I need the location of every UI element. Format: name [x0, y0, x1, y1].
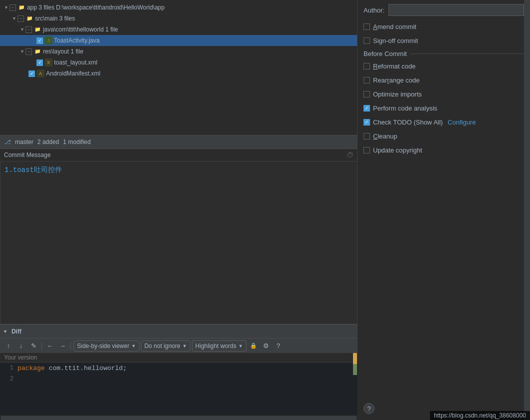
- reformat-row: Reformat code: [364, 60, 524, 72]
- optimize-row: Optimize imports: [364, 88, 524, 100]
- configure-link[interactable]: Configure: [448, 118, 476, 126]
- tree-label-app: app 3 files D:\workspace\ttit\android\He…: [27, 4, 164, 11]
- toolbar-divider-2: [70, 342, 71, 350]
- author-label: Author:: [364, 6, 384, 14]
- before-commit-label: Before Commit: [364, 50, 407, 58]
- rearrange-row: Rearrange code: [364, 74, 524, 86]
- commit-textarea[interactable]: 1.toast吐司控件: [0, 161, 358, 331]
- signoff-label: Sign-off commit: [373, 37, 418, 44]
- cleanup-row: Cleanup: [364, 130, 524, 142]
- expand-icon: ▼: [20, 27, 24, 32]
- folder-icon: 📁: [34, 48, 42, 56]
- diff-header: ▼ Diff: [0, 324, 358, 338]
- toolbar-divider-1: [42, 342, 42, 350]
- diff-content: Your version 1 package com.ttit.hellowor…: [0, 353, 358, 420]
- amend-label: Amend commit: [373, 23, 416, 30]
- checkbox-srcmain[interactable]: –: [18, 16, 24, 22]
- down-arrow-button[interactable]: ↓: [16, 340, 26, 352]
- added-count: 2 added: [38, 138, 59, 146]
- ignore-arrow: ▼: [182, 344, 187, 348]
- expand-icon: ▼: [12, 16, 16, 21]
- right-arrow-button[interactable]: →: [57, 340, 68, 352]
- tree-item-manifest[interactable]: ▶ ✓ A AndroidManifest.xml: [0, 68, 357, 79]
- copyright-checkbox[interactable]: [364, 147, 370, 154]
- branch-icon: ⎇: [4, 138, 11, 146]
- author-row: Author:: [364, 4, 524, 16]
- manifest-icon: A: [36, 70, 44, 78]
- checktodo-label: Check TODO (Show All): [373, 118, 444, 126]
- keyword-package: package: [18, 364, 45, 372]
- viewer-dropdown[interactable]: Side-by-side viewer ▼: [74, 340, 140, 352]
- highlight-dropdown[interactable]: Highlight words ▼: [192, 340, 246, 352]
- xml-icon: X: [44, 58, 52, 66]
- edit-button[interactable]: ✎: [28, 340, 39, 352]
- diff-toggle[interactable]: ▼: [3, 329, 8, 334]
- reformat-checkbox[interactable]: [364, 63, 370, 70]
- right-side-bar: [524, 0, 530, 420]
- ignore-dropdown[interactable]: Do not ignore ▼: [141, 340, 190, 352]
- cleanup-label: Cleanup: [373, 132, 397, 140]
- diff-title: Diff: [12, 328, 22, 335]
- amend-commit-row: Amend commit: [364, 21, 524, 32]
- java-icon: J: [44, 36, 52, 44]
- rearrange-checkbox[interactable]: [364, 77, 370, 84]
- your-version-label: Your version: [0, 353, 358, 362]
- checkbox-app[interactable]: –: [10, 4, 16, 11]
- checkbox-java[interactable]: –: [26, 26, 32, 33]
- signoff-checkbox[interactable]: [364, 38, 370, 44]
- diff-line-1: 1 package com.ttit.helloworld;: [0, 362, 358, 374]
- tree-item-toast-layout[interactable]: ▶ ✓ X toast_layout.xml: [0, 57, 357, 68]
- help-button[interactable]: ?: [273, 340, 284, 352]
- diff-marker-yellow: [353, 353, 357, 364]
- amend-checkbox[interactable]: [364, 24, 370, 30]
- tree-label-srcmain: src\main 3 files: [35, 15, 75, 22]
- commit-message-label: Commit Message: [4, 152, 50, 158]
- lock-button[interactable]: 🔒: [248, 340, 259, 352]
- left-panel: ▼ – 📁 app 3 files D:\workspace\ttit\andr…: [0, 0, 358, 420]
- up-arrow-button[interactable]: ↑: [3, 340, 14, 352]
- tree-item-srcmain[interactable]: ▼ – 📁 src\main 3 files: [0, 13, 357, 24]
- copyright-row: Update copyright: [364, 144, 524, 156]
- perform-row: ✓ Perform code analysis: [364, 102, 524, 114]
- tree-item-reslayout[interactable]: ▼ – 📁 res\layout 1 file: [0, 46, 357, 57]
- tree-item-java[interactable]: ▼ – 📁 java\com\ttit\helloworld 1 file: [0, 24, 357, 35]
- commit-label: Commit Message ⏱: [0, 149, 358, 161]
- highlight-label: Highlight words: [196, 342, 236, 350]
- checktodo-checkbox[interactable]: ✓: [364, 119, 370, 126]
- modified-count: 1 modified: [63, 138, 90, 146]
- diff-scrollbar[interactable]: [0, 415, 358, 420]
- highlight-arrow: ▼: [238, 344, 243, 348]
- tree-label-toast-layout: toast_layout.xml: [54, 59, 98, 66]
- checkbox-toast-layout[interactable]: ✓: [36, 60, 43, 66]
- reformat-label: Reformat code: [373, 62, 416, 70]
- url-bar: https://blog.csdn.net/qq_38608000: [430, 411, 530, 420]
- folder-icon: 📁: [18, 4, 26, 12]
- line-content-1: package com.ttit.helloworld;: [18, 364, 126, 372]
- commit-section: Commit Message ⏱ 1.toast吐司控件: [0, 149, 358, 332]
- clock-icon[interactable]: ⏱: [346, 151, 354, 159]
- perform-label: Perform code analysis: [373, 104, 438, 112]
- perform-checkbox[interactable]: ✓: [364, 105, 370, 112]
- line-num-2: 2: [0, 376, 18, 382]
- diff-line-2: 2: [0, 374, 358, 384]
- tree-label-toast: ToastActivity.java: [54, 37, 100, 44]
- author-input[interactable]: [388, 4, 524, 16]
- cleanup-checkbox[interactable]: [364, 133, 370, 140]
- right-panel: Author: Amend commit Sign-off commit Bef…: [358, 0, 530, 420]
- rearrange-label: Rearrange code: [373, 76, 420, 84]
- left-arrow-button[interactable]: ←: [44, 340, 56, 352]
- tree-item-app[interactable]: ▼ – 📁 app 3 files D:\workspace\ttit\andr…: [0, 2, 357, 13]
- tree-label-reslayout: res\layout 1 file: [43, 48, 84, 55]
- checkbox-manifest[interactable]: ✓: [28, 70, 35, 77]
- help-question-button[interactable]: ?: [364, 403, 374, 414]
- checkbox-toast[interactable]: ✓: [36, 38, 43, 44]
- tree-item-toast-activity[interactable]: ▶ ✓ J ToastActivity.java: [0, 35, 357, 46]
- optimize-checkbox[interactable]: [364, 91, 370, 98]
- gear-button[interactable]: ⚙: [260, 340, 272, 352]
- checkbox-reslayout[interactable]: –: [26, 48, 32, 55]
- folder-icon: 📁: [34, 26, 42, 34]
- ignore-label: Do not ignore: [144, 342, 180, 350]
- branch-name: master: [15, 138, 34, 146]
- tree-label-manifest: AndroidManifest.xml: [46, 70, 100, 77]
- folder-icon: 📁: [26, 14, 34, 22]
